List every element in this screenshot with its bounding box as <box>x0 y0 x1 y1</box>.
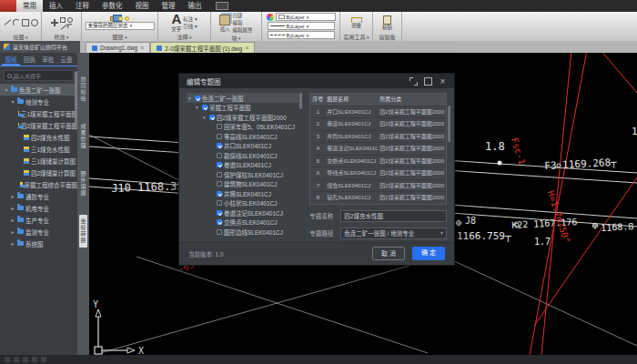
menu-tab-常用[interactable]: 常用 <box>16 0 43 12</box>
menu-tab-输出[interactable]: 输出 <box>182 0 208 12</box>
move-tool-icon[interactable] <box>51 19 58 26</box>
app-logo-icon[interactable] <box>0 0 16 12</box>
tree-scrollbar[interactable] <box>299 93 302 109</box>
table-row[interactable]: 1井口SLEK0401CJ四2煤采掘工程平面图2000 <box>310 106 446 119</box>
tree-item[interactable]: ▾地测专业 <box>0 96 77 107</box>
tree-item[interactable]: 三1煤采掘工程平面图 <box>0 107 77 119</box>
dialog-tree-item[interactable]: 巷道注记SLEK0401CJ <box>187 207 302 217</box>
tree-item[interactable]: ▸系统图 <box>0 238 77 249</box>
checkbox[interactable] <box>217 153 222 158</box>
line-tool-icon[interactable] <box>4 19 11 26</box>
table-row[interactable]: 2巷道SLEK0401CJ四2煤采掘工程平面图2000 <box>310 118 446 131</box>
tree-item[interactable]: ▸机电专业 <box>0 202 77 214</box>
dialog-tree-item[interactable]: 等高线SLEK0401CJ <box>187 131 302 141</box>
close-icon[interactable]: × <box>439 77 447 86</box>
osnap-toggle-icon[interactable] <box>32 357 37 362</box>
panel-layers-label[interactable]: 图层 ▾ <box>82 34 157 41</box>
dialog-tree-item[interactable]: 巷道SLEK0401CJ <box>187 160 302 170</box>
theme-name-input[interactable]: 四2煤充水性图 <box>340 210 447 222</box>
table-row[interactable]: 4巷道注记SLEK0401CJ四2煤采掘工程平面图2000 <box>310 143 446 156</box>
tree-item[interactable]: ▸通防专业 <box>0 190 77 202</box>
tree-item[interactable]: ▸生产专业 <box>0 214 77 226</box>
snap-toggle-icon[interactable] <box>5 357 10 362</box>
panel-annotate-label[interactable]: 注释 ▾ <box>158 34 210 41</box>
ortho-toggle-icon[interactable] <box>23 357 28 362</box>
window-style-icon[interactable] <box>216 2 228 10</box>
polar-toggle-icon[interactable] <box>41 357 46 362</box>
tree-item[interactable]: 三1煤充水性图 <box>0 143 77 155</box>
dialog-tree-item[interactable]: 建筑物SLEK0401CJ <box>187 179 302 189</box>
checkbox[interactable] <box>217 172 222 177</box>
dialog-tree-item[interactable]: 井筒SLEK0401CJ <box>187 188 302 198</box>
panel-draw-label[interactable]: 绘图 ▾ <box>0 34 41 41</box>
edit-attributes-button[interactable]: 编辑属性 <box>232 27 252 34</box>
layer-state-dropdown[interactable]: 未保存的图层状态▾ <box>86 22 155 30</box>
file-tab[interactable]: Drawing1.dwg× <box>86 42 150 53</box>
circle-tool-icon[interactable] <box>31 19 38 26</box>
layer-properties-icon[interactable] <box>110 16 116 21</box>
tree-item[interactable]: 四2煤充水性图 <box>0 131 77 143</box>
paste-label[interactable]: 粘贴 <box>382 25 392 31</box>
rectangle-tool-icon[interactable] <box>22 19 29 26</box>
sidebar-tab-回执[interactable]: 回执 <box>20 53 38 66</box>
copy-tool-icon[interactable] <box>60 17 66 23</box>
dialog-tree-item[interactable]: 保护煤柱SLEK0401CJ <box>187 169 302 179</box>
text-tool-icon[interactable]: A <box>171 13 181 25</box>
tree-item[interactable]: 三1煤储量计算图 <box>0 155 77 167</box>
rotate-tool-icon[interactable] <box>67 17 73 23</box>
menu-tab-参数化[interactable]: 参数化 <box>96 0 129 12</box>
tree-item[interactable]: 四2煤采掘工程平面图 <box>0 119 77 131</box>
checkbox[interactable] <box>217 162 222 167</box>
panel-utilities-label[interactable]: 实用工具 ▾ <box>340 34 372 41</box>
menu-tab-注释[interactable]: 注释 <box>69 0 96 12</box>
trim-tool-icon[interactable] <box>60 24 66 29</box>
close-tab-icon[interactable]: × <box>245 45 248 51</box>
maximize-icon[interactable] <box>424 77 432 86</box>
checkbox[interactable] <box>217 229 222 235</box>
tree-item[interactable]: ▸监测专业 <box>0 226 77 238</box>
lineweight-dropdown[interactable]: ByLayer▾ <box>268 22 335 30</box>
cancel-button[interactable]: 取 消 <box>372 247 405 260</box>
dialog-tree-item[interactable]: 图形边线SLEK0401CJ <box>187 227 302 237</box>
dialog-tree-item[interactable]: 回采年度5、05LEK0401CJ <box>187 122 302 132</box>
layer-on-icon[interactable] <box>118 16 123 21</box>
table-row[interactable]: 8钻孔SLEK0401CJ四2煤采掘工程平面图2000 <box>310 192 446 204</box>
checkbox[interactable] <box>217 200 222 206</box>
measure-label[interactable]: 测量 <box>351 23 361 29</box>
arc-tool-icon[interactable] <box>13 19 20 26</box>
paste-icon[interactable] <box>383 15 391 25</box>
leader-tool[interactable]: 引线 ▾ <box>183 24 197 30</box>
expand-icon[interactable] <box>410 77 418 86</box>
checkbox[interactable] <box>217 134 222 139</box>
side-vertical-tab[interactable]: 协同标绘 <box>79 73 87 106</box>
linetype-dropdown[interactable]: ByLayer▾ <box>268 31 335 39</box>
close-tab-icon[interactable]: × <box>140 45 144 51</box>
layer-freeze-icon[interactable] <box>125 16 129 21</box>
table-row[interactable]: 3井筒SLEK0401CJ四2煤采掘工程平面图2000 <box>310 131 446 144</box>
dialog-tree-item[interactable]: 勘探线SLEK0401CJ <box>187 150 302 160</box>
theme-path-select[interactable]: 色连二矿一张图 / 地测专业▾ <box>340 228 447 239</box>
checkbox[interactable] <box>217 181 222 187</box>
menu-tab-视图[interactable]: 视图 <box>129 0 156 12</box>
table-row[interactable]: 6导线点SLEK0401CJ四2煤采掘工程平面图2000 <box>310 167 446 180</box>
table-row[interactable]: 7煤仓SLEK0401CJ四2煤采掘工程平面图2000 <box>310 180 446 193</box>
menu-tab-插入[interactable]: 插入 <box>43 0 69 12</box>
file-tab[interactable]: 2-0煤采掘工程平面图 (1).dwg× <box>150 42 255 53</box>
checkbox[interactable] <box>217 124 222 129</box>
grid-toggle-icon[interactable] <box>14 357 19 362</box>
create-block-button[interactable]: 创建 <box>232 13 252 19</box>
dialog-titlebar[interactable]: 编辑专题图 × <box>179 74 454 88</box>
side-vertical-tab[interactable]: 坐标转换 <box>79 215 87 248</box>
checkbox[interactable] <box>195 96 200 101</box>
dialog-tree-item[interactable]: ▾色连二矿一张图 <box>187 93 302 103</box>
measure-tool-icon[interactable] <box>351 17 362 23</box>
table-row[interactable]: 5交换点SLEK0401CJ四2煤采掘工程平面图2000 <box>310 156 446 168</box>
ok-button[interactable]: 确 定 <box>412 247 445 260</box>
panel-modify-label[interactable]: 修改 ▾ <box>42 34 81 41</box>
color-dropdown[interactable]: ByLayer▾ <box>276 13 336 21</box>
dialog-tree-item[interactable]: 井口SLEK0401CJ <box>187 141 302 151</box>
sidebar-tab-云盘[interactable]: 云盘 <box>57 53 76 66</box>
dimension-tool[interactable]: 标注 ▾ <box>183 16 197 23</box>
checkbox[interactable] <box>217 210 222 216</box>
fillet-tool-icon[interactable] <box>67 24 73 29</box>
